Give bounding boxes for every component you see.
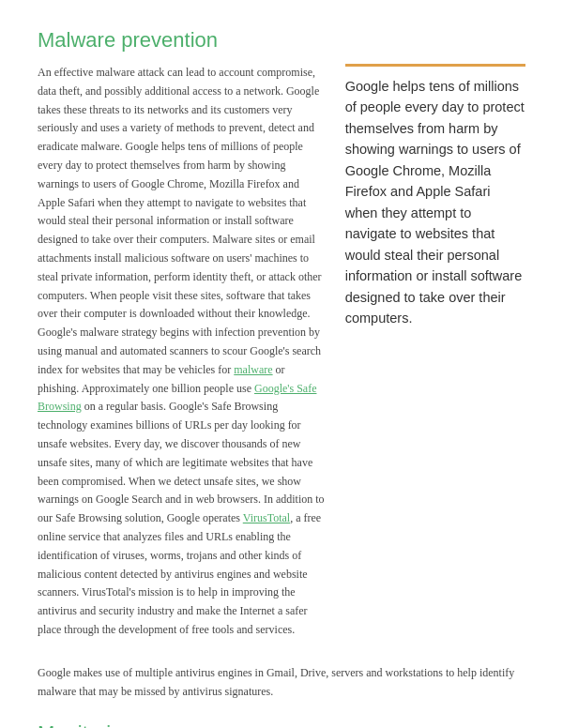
malware-paragraph-1: An effective malware attack can lead to … <box>38 64 327 640</box>
page-content: Malware prevention An effective malware … <box>38 28 525 728</box>
malware-link[interactable]: malware <box>234 363 272 376</box>
monitoring-title: Monitoring <box>38 721 525 728</box>
malware-body-text: An effective malware attack can lead to … <box>38 64 327 649</box>
sidebar-quote-text: Google helps tens of millions of people … <box>345 79 525 326</box>
malware-title: Malware prevention <box>38 28 525 53</box>
malware-sidebar-quote: Google helps tens of millions of people … <box>345 64 525 649</box>
safe-browsing-link[interactable]: Google's Safe Browsing <box>38 382 316 414</box>
malware-extra-paragraph: Google makes use of multiple antivirus e… <box>38 664 525 702</box>
virustotal-link[interactable]: VirusTotal <box>243 511 290 524</box>
malware-main-content: An effective malware attack can lead to … <box>38 64 525 649</box>
